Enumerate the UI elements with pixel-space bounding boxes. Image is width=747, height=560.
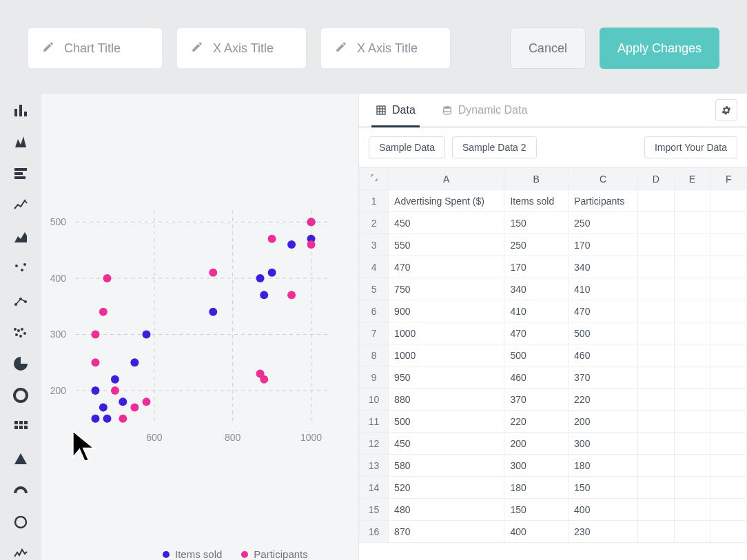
column-header[interactable]: A — [389, 168, 504, 190]
spreadsheet[interactable]: ABCDEF1Advertising Spent ($)Items soldPa… — [359, 167, 747, 560]
cell[interactable] — [638, 366, 675, 388]
cell[interactable] — [674, 322, 710, 344]
cell[interactable] — [674, 499, 710, 521]
pie-icon[interactable] — [12, 355, 29, 372]
cell[interactable] — [638, 190, 675, 212]
cell[interactable]: 410 — [504, 300, 569, 322]
cell[interactable] — [638, 433, 675, 455]
cell[interactable]: Participants — [569, 190, 638, 212]
donut-icon[interactable] — [12, 387, 29, 404]
cell[interactable]: 520 — [389, 477, 504, 499]
cell[interactable] — [710, 190, 747, 212]
cell[interactable] — [710, 300, 747, 322]
cell[interactable] — [638, 477, 675, 499]
sample-data-2-button[interactable]: Sample Data 2 — [452, 136, 537, 158]
cell[interactable] — [674, 455, 710, 477]
cell[interactable]: 580 — [389, 455, 504, 477]
cell[interactable]: 450 — [389, 433, 504, 455]
transpose-icon[interactable] — [360, 168, 389, 190]
cell[interactable] — [674, 278, 710, 300]
cell[interactable]: 410 — [569, 278, 638, 300]
cell[interactable]: 340 — [569, 256, 638, 278]
cell[interactable] — [638, 234, 675, 256]
cell[interactable]: 470 — [504, 322, 569, 344]
cell[interactable]: 750 — [389, 278, 504, 300]
cell[interactable]: 200 — [504, 433, 569, 455]
cell[interactable]: 500 — [389, 411, 504, 433]
cell[interactable] — [710, 411, 747, 433]
row-number[interactable]: 9 — [360, 366, 389, 388]
row-number[interactable]: 15 — [360, 499, 389, 521]
cell[interactable] — [638, 256, 675, 278]
cell[interactable]: Items sold — [504, 190, 569, 212]
settings-button[interactable] — [715, 99, 737, 121]
cell[interactable] — [674, 521, 710, 543]
cell[interactable] — [674, 300, 710, 322]
cell[interactable] — [710, 234, 747, 256]
column-header[interactable]: D — [638, 168, 675, 190]
stacked-bar-icon[interactable] — [12, 165, 29, 182]
circle-icon[interactable] — [12, 514, 29, 530]
row-number[interactable]: 1 — [360, 190, 389, 212]
line-chart-icon[interactable] — [12, 197, 29, 214]
cell[interactable] — [674, 388, 710, 411]
row-number[interactable]: 3 — [360, 234, 389, 256]
row-number[interactable]: 16 — [360, 521, 389, 543]
column-header[interactable]: E — [674, 168, 710, 190]
import-data-button[interactable]: Import Your Data — [644, 136, 737, 158]
column-header[interactable]: C — [569, 168, 638, 190]
cell[interactable]: 150 — [569, 477, 638, 499]
cell[interactable] — [674, 366, 710, 388]
cell[interactable] — [710, 322, 747, 344]
cell[interactable] — [674, 433, 710, 455]
cell[interactable]: 340 — [504, 278, 569, 300]
gauge-icon[interactable] — [12, 482, 29, 499]
spark-icon[interactable] — [12, 546, 29, 560]
cell[interactable] — [710, 212, 747, 234]
row-number[interactable]: 4 — [360, 256, 389, 278]
cell[interactable]: 220 — [569, 388, 638, 411]
row-number[interactable]: 7 — [360, 322, 389, 344]
row-number[interactable]: 12 — [360, 433, 389, 455]
cell[interactable]: 220 — [504, 411, 569, 433]
cell[interactable]: 250 — [569, 212, 638, 234]
cell[interactable] — [638, 322, 675, 344]
cell[interactable]: 400 — [569, 499, 638, 521]
row-number[interactable]: 6 — [360, 300, 389, 322]
column-header[interactable]: B — [504, 168, 569, 190]
cell[interactable] — [710, 433, 747, 455]
area-chart-icon[interactable] — [12, 229, 29, 245]
cell[interactable] — [710, 388, 747, 411]
heatmap-icon[interactable] — [12, 419, 29, 435]
cell[interactable]: 500 — [504, 344, 569, 366]
cell[interactable] — [674, 256, 710, 278]
cell[interactable]: 230 — [569, 521, 638, 543]
cell[interactable] — [674, 234, 710, 256]
cell[interactable]: 300 — [569, 433, 638, 455]
chart-title-input[interactable]: Chart Title — [28, 28, 163, 69]
x-axis-title-input[interactable]: X Axis Title — [176, 28, 307, 69]
cell[interactable] — [674, 411, 710, 433]
pyramid-icon[interactable] — [12, 450, 29, 467]
cell[interactable]: 450 — [389, 212, 504, 234]
row-number[interactable]: 10 — [360, 388, 389, 411]
cell[interactable]: 400 — [504, 521, 569, 543]
cell[interactable] — [674, 212, 710, 234]
apply-changes-button[interactable]: Apply Changes — [600, 28, 719, 69]
cell[interactable]: 370 — [569, 366, 638, 388]
scatter-line-icon[interactable] — [12, 292, 29, 309]
cell[interactable] — [638, 388, 675, 411]
y-axis-title-input[interactable]: X Axis Title — [320, 28, 451, 69]
cell[interactable]: 1000 — [389, 322, 504, 344]
cell[interactable]: 370 — [504, 388, 569, 411]
cell[interactable]: 180 — [504, 477, 569, 499]
cell[interactable]: 170 — [569, 234, 638, 256]
cell[interactable]: 470 — [389, 256, 504, 278]
cell[interactable] — [638, 411, 675, 433]
cell[interactable]: 200 — [569, 411, 638, 433]
cell[interactable]: 460 — [569, 344, 638, 366]
cell[interactable] — [638, 344, 675, 366]
cell[interactable]: 880 — [389, 388, 504, 411]
cell[interactable] — [638, 499, 675, 521]
row-number[interactable]: 13 — [360, 455, 389, 477]
